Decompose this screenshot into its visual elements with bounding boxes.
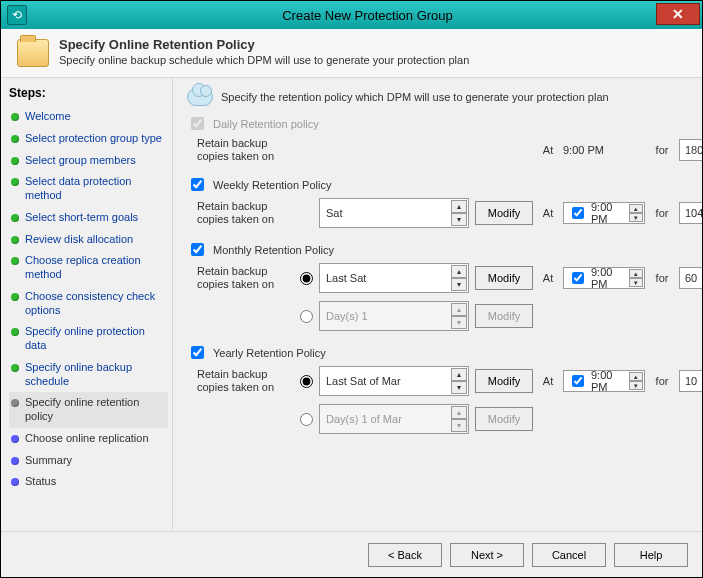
monthly-opt2-list[interactable]: Day(s) 1 ▴▾	[319, 301, 469, 331]
chevron-down-icon[interactable]: ▾	[451, 381, 467, 394]
close-button[interactable]: ✕	[656, 3, 700, 25]
chevron-down-icon[interactable]: ▾	[451, 419, 467, 432]
yearly-checkbox[interactable]	[191, 346, 204, 359]
step-item[interactable]: Select short-term goals	[9, 207, 168, 229]
step-dot-icon	[11, 135, 19, 143]
step-label: Choose consistency check options	[25, 290, 166, 318]
chevron-down-icon[interactable]: ▾	[629, 381, 643, 390]
monthly-opt1-list[interactable]: Last Sat ▴▾	[319, 263, 469, 293]
step-label: Select protection group type	[25, 132, 166, 146]
yearly-section: Yearly Retention Policy Retain backup co…	[187, 343, 688, 434]
step-item[interactable]: Choose consistency check options	[9, 286, 168, 322]
daily-value-input[interactable]: 180 ▴▾	[679, 139, 702, 161]
weekly-modify-button[interactable]: Modify	[475, 201, 533, 225]
step-item[interactable]: Select data protection method	[9, 171, 168, 207]
help-button[interactable]: Help	[614, 543, 688, 567]
cancel-button[interactable]: Cancel	[532, 543, 606, 567]
monthly-section: Monthly Retention Policy Retain backup c…	[187, 240, 688, 331]
chevron-up-icon[interactable]: ▴	[629, 204, 643, 213]
monthly-opt1-radio[interactable]	[300, 272, 313, 285]
content-area: Specify the retention policy which DPM w…	[173, 78, 702, 531]
back-button[interactable]: < Back	[368, 543, 442, 567]
step-label: Select data protection method	[25, 175, 166, 203]
weekly-check-row: Weekly Retention Policy	[187, 175, 688, 194]
yearly-opt2-radio[interactable]	[300, 413, 313, 426]
monthly-at-label: At	[539, 272, 557, 284]
monthly-check-row: Monthly Retention Policy	[187, 240, 688, 259]
step-item[interactable]: Choose online replication	[9, 428, 168, 450]
monthly-retain-label: Retain backup copies taken on	[197, 265, 289, 291]
chevron-up-icon[interactable]: ▴	[451, 406, 467, 419]
step-item[interactable]: Select protection group type	[9, 128, 168, 150]
window-title: Create New Protection Group	[33, 8, 702, 23]
monthly-time-input[interactable]: 9:00 PM ▴▾	[563, 267, 645, 289]
yearly-opt2-list[interactable]: Day(s) 1 of Mar ▴▾	[319, 404, 469, 434]
weekly-section: Weekly Retention Policy Retain backup co…	[187, 175, 688, 228]
weekly-time-input[interactable]: 9:00 PM ▴▾	[563, 202, 645, 224]
chevron-down-icon[interactable]: ▾	[451, 316, 467, 329]
chevron-up-icon[interactable]: ▴	[451, 265, 467, 278]
step-item[interactable]: Status	[9, 471, 168, 493]
daily-checkbox	[191, 117, 204, 130]
weekly-retain-label: Retain backup copies taken on	[197, 200, 289, 226]
chevron-up-icon[interactable]: ▴	[451, 368, 467, 381]
window-root: ⟲ Create New Protection Group ✕ Specify …	[0, 0, 703, 578]
next-button[interactable]: Next >	[450, 543, 524, 567]
wizard-footer: < Back Next > Cancel Help	[1, 531, 702, 577]
weekly-for-label: for	[651, 207, 673, 219]
step-item[interactable]: Review disk allocation	[9, 229, 168, 251]
monthly-opt1-modify-button[interactable]: Modify	[475, 266, 533, 290]
chevron-down-icon[interactable]: ▾	[629, 278, 643, 287]
yearly-time-checkbox[interactable]	[572, 375, 584, 387]
chevron-up-icon[interactable]: ▴	[451, 303, 467, 316]
monthly-label: Monthly Retention Policy	[213, 244, 334, 256]
yearly-time-input[interactable]: 9:00 PM ▴▾	[563, 370, 645, 392]
step-label: Specify online backup schedule	[25, 361, 166, 389]
step-label: Choose replica creation method	[25, 254, 166, 282]
step-item[interactable]: Choose replica creation method	[9, 250, 168, 286]
yearly-at-label: At	[539, 375, 557, 387]
weekly-checkbox[interactable]	[191, 178, 204, 191]
body: Steps: WelcomeSelect protection group ty…	[1, 78, 702, 531]
step-label: Summary	[25, 454, 166, 468]
step-label: Welcome	[25, 110, 166, 124]
monthly-checkbox[interactable]	[191, 243, 204, 256]
step-item[interactable]: Specify online backup schedule	[9, 357, 168, 393]
weekly-time-checkbox[interactable]	[572, 207, 584, 219]
daily-time: 9:00 PM	[563, 139, 645, 161]
weekly-value-input[interactable]: 104 ▴▾	[679, 202, 702, 224]
step-dot-icon	[11, 435, 19, 443]
page-title: Specify Online Retention Policy	[59, 37, 469, 52]
step-item: Specify online retention policy	[9, 392, 168, 428]
chevron-up-icon[interactable]: ▴	[629, 372, 643, 381]
step-dot-icon	[11, 457, 19, 465]
chevron-down-icon[interactable]: ▾	[451, 213, 467, 226]
yearly-label: Yearly Retention Policy	[213, 347, 326, 359]
folder-icon	[17, 39, 49, 67]
step-dot-icon	[11, 293, 19, 301]
monthly-opt2-radio[interactable]	[300, 310, 313, 323]
step-item[interactable]: Welcome	[9, 106, 168, 128]
yearly-for-label: for	[651, 375, 673, 387]
yearly-opt1-radio[interactable]	[300, 375, 313, 388]
chevron-up-icon[interactable]: ▴	[451, 200, 467, 213]
step-dot-icon	[11, 257, 19, 265]
step-item[interactable]: Specify online protection data	[9, 321, 168, 357]
intro-row: Specify the retention policy which DPM w…	[187, 88, 688, 106]
yearly-opt1-modify-button[interactable]: Modify	[475, 369, 533, 393]
cloud-icon	[187, 88, 213, 106]
yearly-value-input[interactable]: 10 ▴▾	[679, 370, 702, 392]
step-item[interactable]: Summary	[9, 450, 168, 472]
weekly-schedule-list[interactable]: Sat ▴▾	[319, 198, 469, 228]
page-subtitle: Specify online backup schedule which DPM…	[59, 54, 469, 66]
chevron-up-icon[interactable]: ▴	[629, 269, 643, 278]
monthly-for-label: for	[651, 272, 673, 284]
weekly-label: Weekly Retention Policy	[213, 179, 331, 191]
monthly-value-input[interactable]: 60 ▴▾	[679, 267, 702, 289]
chevron-down-icon[interactable]: ▾	[451, 278, 467, 291]
step-item[interactable]: Select group members	[9, 150, 168, 172]
chevron-down-icon[interactable]: ▾	[629, 213, 643, 222]
monthly-time-checkbox[interactable]	[572, 272, 584, 284]
yearly-opt1-list[interactable]: Last Sat of Mar ▴▾	[319, 366, 469, 396]
monthly-opt2-modify-button: Modify	[475, 304, 533, 328]
